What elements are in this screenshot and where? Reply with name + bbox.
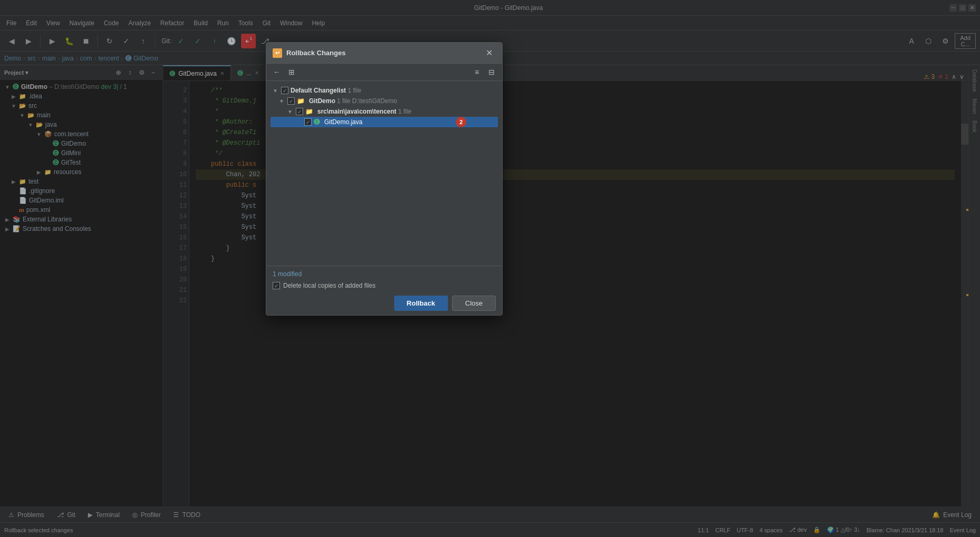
changelist-root[interactable]: ▼ ✓ Default Changelist 1 file (271, 85, 498, 96)
dialog-title-bar: ↩ Rollback Changes ✕ (266, 43, 502, 64)
changelist-root-checkbox[interactable]: ✓ (281, 87, 288, 94)
dialog-buttons: Rollback Close (273, 296, 496, 311)
dialog-close-button[interactable]: ✕ (483, 47, 496, 59)
modified-count: 1 modified (273, 270, 496, 278)
close-button[interactable]: Close (452, 296, 496, 311)
folder-icon: 📁 (305, 108, 313, 115)
dialog-filter-btn[interactable]: ≡ (471, 66, 483, 78)
rollback-button[interactable]: Rollback (394, 296, 448, 311)
file-badge: 2 (456, 117, 466, 127)
dialog-back-btn[interactable]: ← (271, 66, 283, 78)
path-folder-label: src\main\java\com\tencent 1 file (317, 108, 412, 115)
dialog-title: ↩ Rollback Changes (273, 48, 346, 58)
chevron-icon: ▼ (279, 98, 285, 104)
folder-icon: 📁 (297, 97, 305, 105)
gitdemo-folder-checkbox[interactable]: ✓ (287, 97, 295, 105)
java-file-icon: 🅒 (314, 118, 320, 126)
delete-copies-checkbox[interactable]: ✓ (273, 282, 280, 289)
changelist-path-folder[interactable]: ▼ ✓ 📁 src\main\java\com\tencent 1 file (271, 106, 498, 117)
delete-copies-label: Delete local copies of added files (283, 282, 375, 289)
chevron-icon: ▼ (287, 109, 294, 115)
dialog-grid-btn[interactable]: ⊞ (285, 66, 298, 78)
gitdemo-java-checkbox[interactable]: ✓ (304, 118, 312, 126)
chevron-icon: ▼ (273, 88, 279, 94)
dialog-collapse-btn[interactable]: ⊟ (485, 66, 498, 78)
dialog-title-text: Rollback Changes (286, 49, 346, 57)
dialog-body: ▼ ✓ Default Changelist 1 file ▼ ✓ 📁 GitD… (266, 81, 502, 266)
gitdemo-java-label: GitDemo.java (324, 118, 363, 126)
changelist-gitdemo-folder[interactable]: ▼ ✓ 📁 GitDemo 1 file D:\test\GitDemo (271, 96, 498, 106)
path-folder-checkbox[interactable]: ✓ (296, 108, 303, 115)
dialog-toolbar: ← ⊞ ≡ ⊟ (266, 64, 502, 81)
gitdemo-folder-label: GitDemo 1 file D:\test\GitDemo (309, 97, 397, 105)
rollback-dialog: ↩ Rollback Changes ✕ ← ⊞ ≡ ⊟ ▼ ✓ Default… (266, 42, 503, 316)
changelist-root-label: Default Changelist 1 file (291, 87, 361, 94)
delete-copies-row: ✓ Delete local copies of added files (273, 282, 496, 289)
dialog-title-icon: ↩ (273, 48, 282, 58)
dialog-footer: 1 modified ✓ Delete local copies of adde… (266, 266, 502, 315)
changelist-tree: ▼ ✓ Default Changelist 1 file ▼ ✓ 📁 GitD… (271, 85, 498, 127)
modal-overlay: ↩ Rollback Changes ✕ ← ⊞ ≡ ⊟ ▼ ✓ Default… (0, 0, 980, 537)
changelist-gitdemo-java[interactable]: ✓ 🅒 GitDemo.java 2 (271, 117, 498, 127)
